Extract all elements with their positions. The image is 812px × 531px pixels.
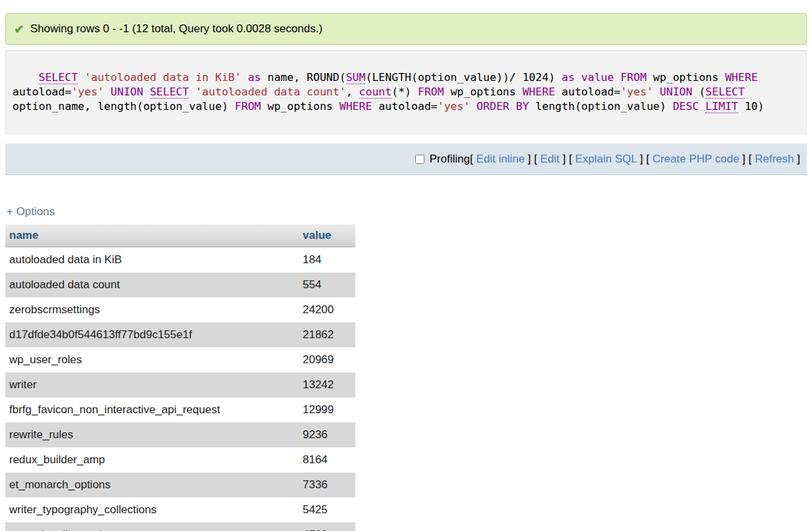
sql-token: FROM xyxy=(621,71,647,84)
cell-value: 554 xyxy=(299,272,355,297)
cell-value: 9236 xyxy=(299,422,355,447)
column-header-name[interactable]: name xyxy=(5,224,299,247)
sql-token xyxy=(189,86,195,98)
sql-keyword-link[interactable]: SUM xyxy=(346,71,366,84)
sql-token xyxy=(574,71,581,84)
cell-name: autoloaded data count xyxy=(5,272,299,297)
sql-keyword-link[interactable]: SELECT xyxy=(39,71,78,84)
query-toolbar: Profiling [ Edit inline ] [ Edit ] [ Exp… xyxy=(5,143,807,175)
sql-token xyxy=(104,86,111,98)
sql-token: value xyxy=(581,71,614,84)
sql-token xyxy=(653,86,660,98)
sql-token: FROM xyxy=(235,100,261,113)
success-message-text: Showing rows 0 - -1 (12 total, Query too… xyxy=(30,22,322,36)
table-row: et_monarch_options7336 xyxy=(5,472,355,497)
sql-token: as xyxy=(562,71,575,84)
toolbar-link-explain-sql[interactable]: Explain SQL xyxy=(575,153,637,165)
sql-token: 'autoloaded data in KiB' xyxy=(84,71,241,84)
sql-token: (*) xyxy=(392,86,418,98)
cell-value: 4708 xyxy=(299,522,355,531)
table-row: wp_user_roles20969 xyxy=(5,347,355,372)
table-row: redux_builder_amp8164 xyxy=(5,447,355,472)
toolbar-links: [ Edit inline ] [ Edit ] [ Explain SQL ]… xyxy=(470,153,800,166)
sql-token: 'yes' xyxy=(71,86,104,98)
sql-token: WHERE xyxy=(725,71,758,84)
sql-token: autoload= xyxy=(372,100,437,113)
table-row: autoloaded data count554 xyxy=(5,272,355,297)
cell-name: fbrfg_favicon_non_interactive_api_reques… xyxy=(5,397,299,422)
cell-name: wp_subscribe_options xyxy=(5,522,299,531)
sql-token: (LENGTH(option_value))/ 1024) xyxy=(365,71,561,84)
options-toggle-link[interactable]: + Options xyxy=(7,205,55,218)
sql-token: ORDER BY xyxy=(476,100,528,113)
cell-value: 8164 xyxy=(299,447,355,472)
toolbar-link-refresh[interactable]: Refresh xyxy=(755,153,794,165)
sql-token: length(option_value) xyxy=(529,100,673,113)
sql-token: UNION xyxy=(111,86,143,98)
sql-token xyxy=(470,100,476,113)
sql-token: ( xyxy=(692,86,705,98)
sql-token: 'yes' xyxy=(438,100,470,113)
cell-name: d17dfde34b0f544613ff77bd9c155e1f xyxy=(5,322,299,347)
sql-keyword-link[interactable]: SELECT xyxy=(150,86,190,99)
table-header-row: namevalue xyxy=(5,224,355,247)
cell-value: 20969 xyxy=(299,347,355,372)
cell-value: 24200 xyxy=(299,297,355,322)
sql-token xyxy=(241,71,248,84)
sql-token: DESC xyxy=(672,100,699,113)
cell-name: writer_typography_collections xyxy=(5,497,299,522)
sql-token xyxy=(699,100,705,113)
sql-token: 10) xyxy=(738,100,765,113)
sql-token: UNION xyxy=(660,86,693,98)
table-row: autoloaded data in KiB184 xyxy=(5,247,355,273)
cell-name: wp_user_roles xyxy=(5,347,299,372)
cell-value: 184 xyxy=(299,247,355,273)
sql-query-box: SELECT 'autoloaded data in KiB' as name,… xyxy=(5,50,807,134)
cell-value: 12999 xyxy=(299,397,355,422)
sql-token: 'yes' xyxy=(621,86,653,98)
sql-token: 'autoloaded data count' xyxy=(195,86,345,98)
cell-value: 21862 xyxy=(299,322,355,347)
sql-token: wp_options xyxy=(444,86,522,98)
column-header-value[interactable]: value xyxy=(299,224,355,247)
sql-keyword-link[interactable]: count xyxy=(359,86,392,99)
sql-token: autoload= xyxy=(13,86,71,98)
results-table: namevalue autoloaded data in KiB184autol… xyxy=(5,224,355,531)
profiling-label: Profiling xyxy=(430,153,470,166)
cell-name: rewrite_rules xyxy=(5,422,299,447)
cell-name: et_monarch_options xyxy=(5,472,299,497)
profiling-checkbox[interactable] xyxy=(415,155,424,164)
query-results-page: ✔ Showing rows 0 - -1 (12 total, Query t… xyxy=(0,0,812,531)
toolbar-link-edit-inline[interactable]: Edit inline xyxy=(476,153,525,165)
success-check-icon: ✔ xyxy=(14,23,24,36)
cell-name: zerobscrmsettings xyxy=(5,297,299,322)
cell-value: 5425 xyxy=(299,497,355,522)
table-row: d17dfde34b0f544613ff77bd9c155e1f21862 xyxy=(5,322,355,347)
sql-token: autoload= xyxy=(555,86,621,98)
sql-token: WHERE xyxy=(522,86,555,98)
cell-name: writer xyxy=(5,372,299,397)
sql-token: FROM xyxy=(418,86,444,98)
sql-query-text: SELECT 'autoloaded data in KiB' as name,… xyxy=(13,71,765,113)
sql-token: WHERE xyxy=(340,100,372,113)
table-row: writer13242 xyxy=(5,372,355,397)
sql-token xyxy=(78,71,84,84)
sql-token: as xyxy=(248,71,261,84)
cell-name: redux_builder_amp xyxy=(5,447,299,472)
sql-token: , xyxy=(346,86,359,98)
success-message: ✔ Showing rows 0 - -1 (12 total, Query t… xyxy=(5,13,807,45)
sql-token: name, ROUND( xyxy=(261,71,346,84)
table-row: wp_subscribe_options4708 xyxy=(5,522,355,531)
table-row: rewrite_rules9236 xyxy=(5,422,355,447)
sql-keyword-link[interactable]: SELECT xyxy=(705,86,745,99)
sql-keyword-link[interactable]: LIMIT xyxy=(705,100,738,113)
toolbar-link-edit[interactable]: Edit xyxy=(540,153,559,165)
toolbar-link-create-php-code[interactable]: Create PHP code xyxy=(652,153,739,165)
cell-value: 7336 xyxy=(299,472,355,497)
sql-token xyxy=(614,71,621,84)
sql-token: wp_options xyxy=(647,71,725,84)
table-row: fbrfg_favicon_non_interactive_api_reques… xyxy=(5,397,355,422)
sql-token: wp_options xyxy=(261,100,340,113)
sql-token xyxy=(143,86,150,98)
sql-token: option_name, length(option_value) xyxy=(13,100,235,113)
